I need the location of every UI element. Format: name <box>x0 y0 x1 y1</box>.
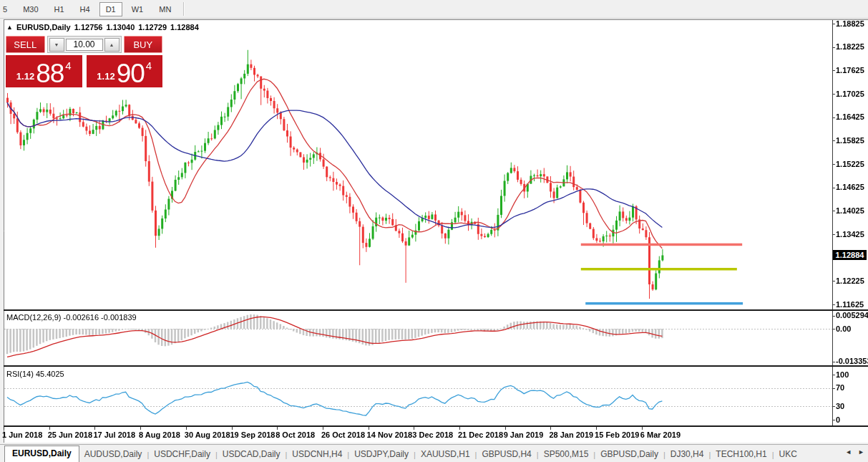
chart-tab-usdcad-daily[interactable]: USDCAD,Daily <box>218 446 286 462</box>
date-tick-label: 6 Mar 2019 <box>640 430 681 439</box>
rsi-tick-label: 30 <box>836 402 844 410</box>
timeframe-button-d1[interactable]: D1 <box>99 2 122 16</box>
macd-tick-label: 0.005294 <box>836 311 868 319</box>
price-tick-label: 1.18825 <box>836 19 864 28</box>
ohlc-close: 1.12884 <box>170 23 199 32</box>
sell-price-pip: 4 <box>65 59 71 72</box>
price-tick-label: 1.14625 <box>836 183 864 191</box>
timeframe-button-h4[interactable]: H4 <box>74 2 97 16</box>
chart-symbol-label: EURUSD,Daily <box>16 23 71 32</box>
date-tick-label: 17 Jul 2018 <box>93 430 135 439</box>
date-tick-label: 30 Aug 2018 <box>185 430 230 439</box>
one-click-trade-panel: SELL ▼ ▲ BUY 1.12 88 4 1.12 90 4 <box>6 36 162 87</box>
date-tick-label: 9 Jan 2019 <box>504 430 544 439</box>
buy-price-pip: 4 <box>146 59 152 72</box>
volume-increase-button[interactable]: ▲ <box>104 38 120 52</box>
chart-tab-eurusd-daily[interactable]: EURUSD,Daily <box>4 446 79 462</box>
chart-tab-xauusd-h1[interactable]: XAUUSD,H1 <box>416 446 475 462</box>
chart-tab-audusd-daily[interactable]: AUDUSD,Daily <box>79 446 147 462</box>
price-tick-label: 1.16425 <box>836 112 864 121</box>
date-tick-label: 28 Jan 2019 <box>549 430 593 439</box>
chart-tab-sp500-m15[interactable]: SP500,M15 <box>539 446 594 462</box>
timeframe-button-5[interactable]: 5 <box>0 2 14 16</box>
chart-tab-gbpusd-daily[interactable]: GBPUSD,Daily <box>595 446 663 462</box>
tab-scroll-left-button[interactable]: ◄ <box>845 448 852 456</box>
volume-decrease-button[interactable]: ▼ <box>49 38 64 52</box>
timeframe-button-h1[interactable]: H1 <box>48 2 71 16</box>
price-tick-label: 1.17625 <box>836 66 864 74</box>
date-tick-label: 26 Oct 2018 <box>321 430 365 439</box>
date-tick-label: 14 Nov 2018 <box>367 430 413 439</box>
volume-input[interactable] <box>66 39 103 51</box>
chart-tab-bar: EURUSD,DailyAUDUSD,Daily|USDCHF,Daily|US… <box>0 444 868 462</box>
price-tick-label: 1.14025 <box>836 206 864 215</box>
volume-stepper: ▼ ▲ <box>47 36 122 53</box>
rsi-tick-label: 100 <box>836 370 849 379</box>
buy-price-big: 90 <box>117 62 145 86</box>
rsi-tick-label: 0 <box>836 415 840 424</box>
price-tick-label: 1.11625 <box>836 300 864 309</box>
chart-tab-usdcnh-h4[interactable]: USDCNH,H4 <box>287 446 347 462</box>
price-tick-label: 1.13425 <box>836 230 864 239</box>
date-tick-label: 21 Dec 2018 <box>458 430 503 439</box>
chart-tab-gbpusd-h4[interactable]: GBPUSD,H4 <box>477 446 536 462</box>
ohlc-open: 1.12756 <box>74 23 103 32</box>
chart-tab-ukc[interactable]: UKC <box>774 446 802 462</box>
price-tick-label: 1.15825 <box>836 136 864 145</box>
buy-price-prefix: 1.12 <box>97 71 114 82</box>
timeframe-toolbar: 5M30H1H4D1W1MN <box>0 0 868 19</box>
chart-header: ▲ EURUSD,Daily 1.12756 1.13040 1.12729 1… <box>6 23 199 32</box>
toolbar-separator <box>183 2 185 16</box>
sell-button[interactable]: SELL <box>6 36 45 53</box>
date-tick-label: 8 Oct 2018 <box>275 430 315 439</box>
date-tick-label: 8 Aug 2018 <box>139 430 180 439</box>
buy-button[interactable]: BUY <box>124 36 163 53</box>
date-tick-label: 15 Feb 2019 <box>595 430 639 439</box>
chart-tab-usdchf-daily[interactable]: USDCHF,Daily <box>149 446 215 462</box>
timeframe-button-m30[interactable]: M30 <box>16 2 44 16</box>
rsi-indicator-label: RSI(14) 45.4025 <box>6 370 64 378</box>
ohlc-high: 1.13040 <box>106 23 135 32</box>
collapse-panel-icon[interactable]: ▲ <box>6 24 13 32</box>
chart-tab-dj30-h4[interactable]: DJ30,H4 <box>665 446 709 462</box>
current-price-tag: 1.12884 <box>833 250 867 260</box>
timeframe-button-w1[interactable]: W1 <box>125 2 150 16</box>
macd-indicator-label: MACD(12,26,9) -0.002616 -0.001839 <box>6 313 137 322</box>
buy-quote-tile[interactable]: 1.12 90 4 <box>87 55 163 87</box>
macd-tick-label: 0.00 <box>836 324 851 333</box>
date-tick-label: 25 Jun 2018 <box>48 430 92 439</box>
tab-scroll-arrows: ◄ ► <box>845 448 864 456</box>
tab-scroll-right-button[interactable]: ► <box>858 448 864 456</box>
sell-price-prefix: 1.12 <box>16 71 34 82</box>
price-tick-label: 1.12225 <box>836 276 864 285</box>
timeframe-button-mn[interactable]: MN <box>152 2 177 16</box>
sell-price-big: 88 <box>36 62 64 86</box>
rsi-tick-label: 70 <box>836 383 844 392</box>
ohlc-low: 1.12729 <box>138 23 167 32</box>
sell-quote-tile[interactable]: 1.12 88 4 <box>6 55 82 87</box>
chart-tab-usdjpy-daily[interactable]: USDJPY,Daily <box>349 446 414 462</box>
date-tick-label: 19 Sep 2018 <box>230 430 275 439</box>
date-tick-label: 3 Dec 2018 <box>412 430 453 439</box>
macd-tick-label: -0.013353 <box>836 357 868 365</box>
date-tick-label: 1 Jun 2018 <box>2 430 42 439</box>
price-tick-label: 1.18225 <box>836 42 864 51</box>
price-tick-label: 1.15225 <box>836 160 864 168</box>
chart-tab-tech100-h1[interactable]: TECH100,H1 <box>711 446 771 462</box>
price-tick-label: 1.17025 <box>836 90 864 98</box>
